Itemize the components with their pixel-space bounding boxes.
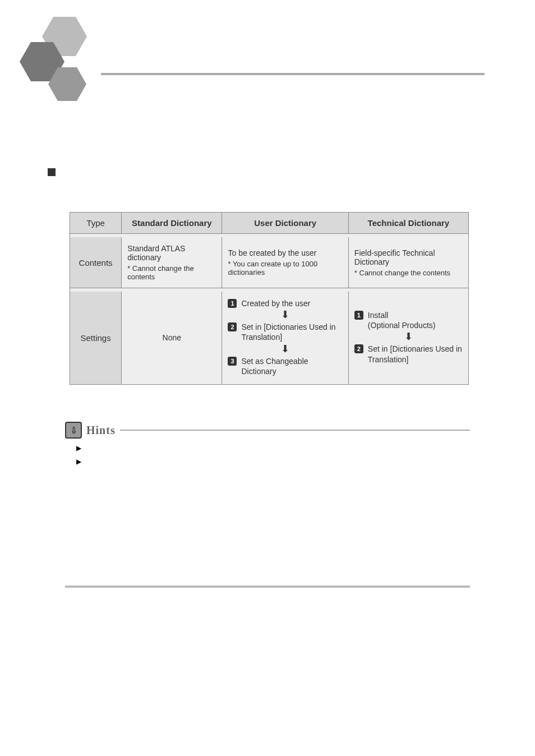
hint-bullet-1: ▶ [76,443,470,452]
cell-contents-tech: Field-specific Technical Dictionary * Ca… [348,237,469,288]
hints-divider [120,430,470,431]
step-number-icon: 2 [228,322,237,331]
arrow-down-icon: ⬇ [354,331,463,342]
footer-divider [65,586,470,588]
hexagon-decoration [14,11,115,112]
step-number-icon: 1 [228,299,237,308]
cell-contents-user: To be created by the user * You can crea… [222,237,348,288]
arrow-down-icon: ⬇ [228,310,342,320]
step-number-icon: 2 [354,344,363,353]
hints-label: Hints [86,424,116,437]
triangle-bullet-icon: ▶ [76,458,81,465]
triangle-bullet-icon: ▶ [76,444,81,452]
cell-settings-tech: 1Install(Optional Products) ⬇ 2Set in [D… [348,292,469,385]
header-standard: Standard Dictionary [121,212,222,234]
row-settings: Settings None 1Created by the user ⬇ 2Se… [70,292,469,385]
step-number-icon: 1 [354,311,363,320]
row-settings-label: Settings [70,292,121,385]
step-number-icon: 3 [228,357,237,366]
dictionary-types-table: Type Standard Dictionary User Dictionary… [70,212,469,385]
header-divider [101,73,485,75]
header-technical: Technical Dictionary [348,212,469,234]
header-type: Type [70,212,121,234]
row-contents: Contents Standard ATLAS dictionary * Can… [70,237,469,288]
section-marker [48,168,56,176]
arrow-down-icon: ⬇ [228,344,342,354]
row-contents-label: Contents [70,237,121,288]
cell-settings-user: 1Created by the user ⬇ 2Set in [Dictiona… [222,292,348,385]
hints-section: ⇩ Hints ▶ ▶ [65,422,470,465]
cell-contents-standard: Standard ATLAS dictionary * Cannot chang… [121,237,222,288]
hints-icon: ⇩ [65,422,82,439]
hint-bullet-2: ▶ [76,457,470,465]
header-user: User Dictionary [222,212,348,234]
cell-settings-standard: None [121,292,222,385]
